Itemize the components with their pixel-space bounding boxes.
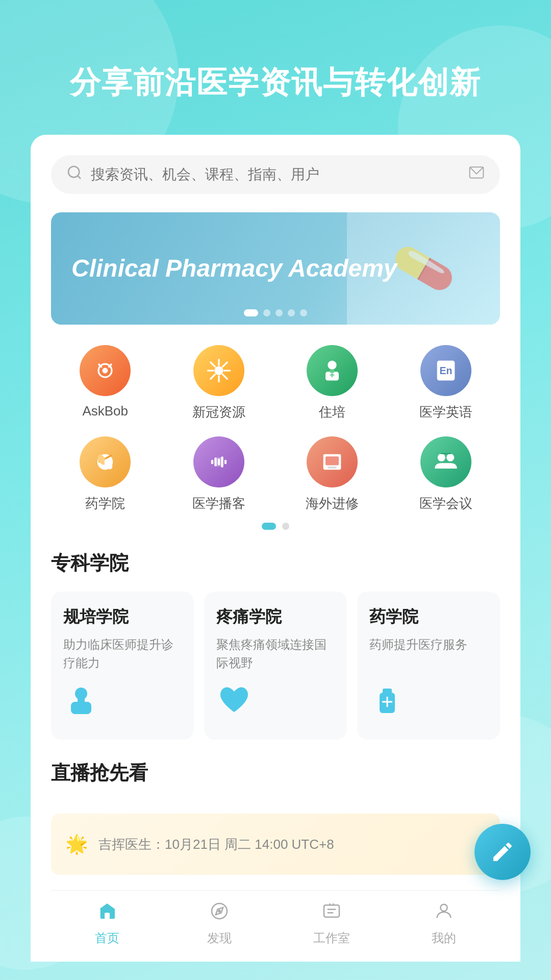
svg-rect-48 [105,913,110,919]
svg-rect-40 [440,453,452,454]
banner[interactable]: Clinical Pharmacy Academy 💊 [51,212,500,325]
pharma-title: 药学院 [369,606,488,628]
svg-rect-51 [324,905,339,917]
icon-item-askbob[interactable]: AskBob [51,345,160,421]
svg-rect-42 [71,702,91,714]
banner-dot-1[interactable] [244,309,258,316]
overseas-label: 海外进修 [306,495,359,512]
nav-profile-label: 我的 [432,930,456,946]
guipei-title: 规培学院 [63,606,182,628]
nav-discover-label: 发现 [207,930,232,946]
special-section-title: 专科学院 [51,550,500,576]
pain-title: 疼痛学院 [216,606,335,628]
academy-card-guipei[interactable]: 规培学院 助力临床医师提升诊疗能力 [51,592,194,740]
conference-icon-circle [420,436,471,487]
english-icon-circle: En [420,345,471,396]
discover-icon [209,901,230,926]
resident-label: 住培 [319,403,345,421]
covid-icon-circle [193,345,244,396]
academy-card-pain[interactable]: 疼痛学院 聚焦疼痛领域连接国际视野 [204,592,347,740]
resident-icon-circle [307,345,358,396]
live-section-title: 直播抢先看 [51,760,148,786]
guipei-desc: 助力临床医师提升诊疗能力 [63,635,182,672]
svg-text:En: En [439,365,452,376]
banner-dot-5[interactable] [300,309,307,316]
academy-card-pharma[interactable]: 药学院 药师提升医疗服务 [357,592,500,740]
pain-desc: 聚焦疼痛领域连接国际视野 [216,635,335,672]
page-dot-2[interactable] [282,523,289,530]
svg-point-56 [440,904,447,911]
nav-home[interactable]: 首页 [77,901,138,946]
podcast-label: 医学播客 [192,495,245,512]
svg-rect-18 [330,370,335,373]
main-card: Clinical Pharmacy Academy 💊 AskBob [31,135,520,962]
bottom-nav: 首页 发现 工作室 [51,890,500,962]
svg-rect-30 [211,460,213,464]
banner-dot-3[interactable] [276,309,283,316]
pharma-desc: 药师提升医疗服务 [369,635,488,672]
pain-icon [216,682,335,725]
live-preview-text: 吉挥医生：10月21日 周二 14:00 UTC+8 [98,836,334,853]
podcast-icon-circle [193,436,244,487]
nav-home-label: 首页 [95,930,119,946]
page-dot-1[interactable] [262,523,276,530]
nav-studio[interactable]: 工作室 [301,901,362,946]
icon-item-resident[interactable]: 住培 [278,345,387,421]
special-section: 专科学院 规培学院 助力临床医师提升诊疗能力 疼痛学院 聚焦疼痛领域连接国际视野 [51,550,500,740]
icon-item-covid[interactable]: 新冠资源 [165,345,273,421]
icon-item-conference[interactable]: 医学会议 [392,436,500,512]
svg-line-15 [211,375,215,379]
svg-line-12 [211,362,215,367]
fab-button[interactable] [474,824,531,880]
nav-discover[interactable]: 发现 [189,901,250,946]
icon-item-podcast[interactable]: 医学播客 [165,436,273,512]
icon-item-english[interactable]: En 医学英语 [392,345,500,421]
academy-grid: 规培学院 助力临床医师提升诊疗能力 疼痛学院 聚焦疼痛领域连接国际视野 [51,592,500,740]
svg-point-4 [103,368,108,374]
banner-title: Clinical Pharmacy Academy [51,237,418,300]
profile-icon [434,901,454,926]
live-section: 直播抢先看 🌟 吉挥医生：10月21日 周二 14:00 UTC+8 [51,760,500,875]
live-preview[interactable]: 🌟 吉挥医生：10月21日 周二 14:00 UTC+8 [51,814,500,875]
pharmacy-icon-circle [80,436,131,487]
svg-rect-36 [325,456,339,465]
banner-dots [244,309,307,316]
svg-line-14 [222,362,227,367]
banner-dot-2[interactable] [263,309,270,316]
search-input[interactable] [91,166,468,183]
conference-label: 医学会议 [419,495,472,512]
askbob-icon-circle [80,345,131,396]
svg-point-39 [446,454,454,461]
askbob-label: AskBob [82,403,128,419]
mail-icon[interactable] [468,164,485,185]
hero-text: 分享前沿医学资讯与转化创新 [0,0,551,135]
pharmacy-label: 药学院 [85,495,125,512]
guipei-icon [63,682,182,725]
home-icon [97,901,117,926]
covid-label: 新冠资源 [192,403,245,421]
svg-rect-37 [328,467,337,469]
svg-point-38 [438,454,445,461]
icon-item-pharmacy[interactable]: 药学院 [51,436,160,512]
svg-point-16 [328,361,337,370]
icon-grid: AskBob 新冠资源 [51,345,500,512]
pharma-icon [369,682,488,725]
overseas-icon-circle [307,436,358,487]
svg-rect-34 [224,460,227,464]
svg-rect-43 [78,698,85,703]
nav-studio-label: 工作室 [313,930,350,946]
studio-icon [321,901,342,926]
svg-rect-45 [383,689,392,695]
svg-rect-31 [214,457,216,466]
svg-line-1 [78,176,81,179]
svg-point-7 [214,366,223,375]
banner-dot-4[interactable] [288,309,295,316]
svg-rect-32 [218,459,220,465]
search-icon [66,164,83,185]
search-bar [51,155,500,194]
nav-profile[interactable]: 我的 [413,901,474,946]
svg-rect-33 [221,456,223,468]
svg-point-50 [218,910,220,912]
svg-point-0 [68,166,79,177]
icon-item-overseas[interactable]: 海外进修 [278,436,387,512]
